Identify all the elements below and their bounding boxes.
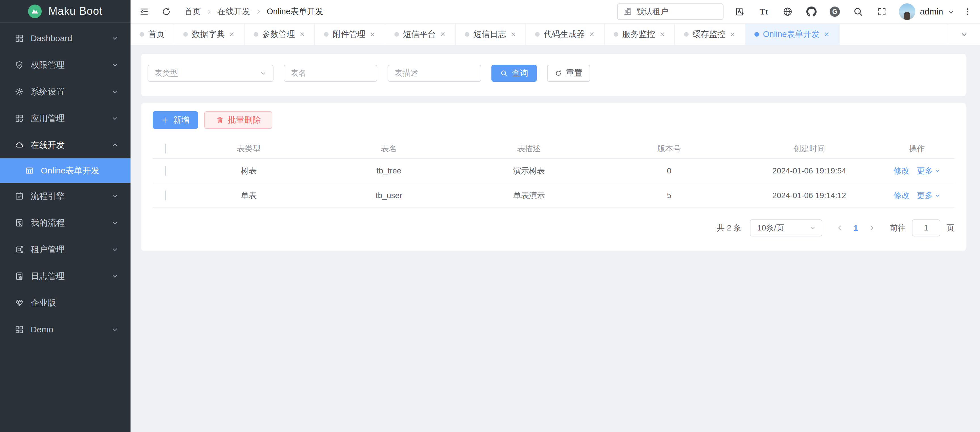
chevron-down-icon <box>260 70 267 77</box>
tab-dot <box>324 32 329 37</box>
add-button[interactable]: 新增 <box>153 111 198 129</box>
sidebar-item-dashboard[interactable]: Dashboard <box>0 25 130 52</box>
close-icon[interactable] <box>229 31 235 37</box>
fullscreen-icon[interactable] <box>876 6 888 17</box>
chevron-down-icon <box>111 88 119 96</box>
table-toolbar: 新增 批量删除 <box>153 111 955 129</box>
sidebar-item-my-workflow[interactable]: 我的流程 <box>0 209 130 236</box>
font-size-icon[interactable]: Tt <box>758 6 770 17</box>
tab-label: 短信平台 <box>403 29 436 40</box>
sidebar-item-system-settings[interactable]: 系统设置 <box>0 78 130 105</box>
translate-icon[interactable] <box>734 6 746 17</box>
pagination-total: 共 2 条 <box>717 223 741 233</box>
reset-button[interactable]: 重置 <box>547 65 590 82</box>
edit-link[interactable]: 修改 <box>894 190 910 201</box>
shield-check-icon <box>15 61 24 70</box>
goto-label: 前往 <box>890 223 906 233</box>
search-button-label: 查询 <box>512 67 528 79</box>
close-icon[interactable] <box>589 31 595 37</box>
tab-sms-log[interactable]: 短信日志 <box>456 24 526 45</box>
chevron-down-icon <box>935 168 940 174</box>
tab-code-generator[interactable]: 代码生成器 <box>526 24 605 45</box>
page-size-select[interactable]: 10条/页 <box>750 219 822 236</box>
column-header-actions: 操作 <box>879 139 955 158</box>
close-icon[interactable] <box>659 31 665 37</box>
chevron-down-icon <box>111 193 119 200</box>
sidebar-item-online-dev[interactable]: 在线开发 <box>0 132 130 158</box>
top-header: 首页 在线开发 Online表单开发 默认租户 Tt <box>130 0 980 24</box>
sidebar-item-label: 企业版 <box>31 297 119 309</box>
table-header-row: 表类型 表名 表描述 版本号 创建时间 操作 <box>153 139 955 158</box>
tab-dot <box>183 32 188 37</box>
search-icon[interactable] <box>852 6 864 17</box>
trash-icon <box>216 116 224 124</box>
collapse-sidebar-icon[interactable] <box>138 6 150 17</box>
sidebar-item-label: 权限管理 <box>31 59 111 71</box>
goto-page-input[interactable] <box>912 219 940 236</box>
breadcrumb-online-dev[interactable]: 在线开发 <box>217 6 250 17</box>
sidebar-item-workflow-engine[interactable]: 流程引擎 <box>0 183 130 209</box>
row-checkbox[interactable] <box>165 190 166 200</box>
search-button[interactable]: 查询 <box>492 65 537 82</box>
select-all-checkbox[interactable] <box>165 143 166 153</box>
chevron-up-icon <box>111 141 119 149</box>
tenant-select[interactable]: 默认租户 <box>617 3 724 20</box>
cell-type: 树表 <box>179 158 319 183</box>
sidebar-item-log-management[interactable]: 日志管理 <box>0 263 130 290</box>
close-icon[interactable] <box>824 31 830 37</box>
more-link-label: 更多 <box>917 166 933 176</box>
logo[interactable]: Maku Boot <box>0 0 130 23</box>
table-desc-input[interactable] <box>388 65 481 82</box>
sidebar-item-demo[interactable]: Demo <box>0 316 130 343</box>
prev-page-icon[interactable] <box>832 220 848 236</box>
more-options-icon[interactable] <box>962 6 973 17</box>
sidebar-item-enterprise[interactable]: 企业版 <box>0 290 130 316</box>
tab-data-dict[interactable]: 数据字典 <box>174 24 245 45</box>
globe-icon[interactable] <box>782 6 793 17</box>
more-link[interactable]: 更多 <box>917 190 940 201</box>
user-menu[interactable]: admin <box>899 3 954 20</box>
tab-attachment-mgmt[interactable]: 附件管理 <box>315 24 385 45</box>
refresh-icon[interactable] <box>161 6 172 17</box>
table-name-input[interactable] <box>284 65 377 82</box>
tab-service-monitor[interactable]: 服务监控 <box>605 24 675 45</box>
chevron-down-icon <box>960 30 968 38</box>
breadcrumb-current: Online表单开发 <box>267 6 323 17</box>
tabs-dropdown-button[interactable] <box>948 24 980 45</box>
batch-delete-button[interactable]: 批量删除 <box>204 111 272 129</box>
pagination: 共 2 条 10条/页 1 前往 页 <box>153 219 955 236</box>
tab-home[interactable]: 首页 <box>130 24 174 45</box>
tab-param-mgmt[interactable]: 参数管理 <box>245 24 315 45</box>
row-checkbox[interactable] <box>165 166 166 176</box>
sidebar-item-permissions[interactable]: 权限管理 <box>0 52 130 78</box>
column-header-created: 创建时间 <box>739 139 879 158</box>
github-icon[interactable] <box>806 6 817 17</box>
tab-sms-platform[interactable]: 短信平台 <box>385 24 456 45</box>
edit-link[interactable]: 修改 <box>894 166 910 176</box>
close-icon[interactable] <box>729 31 736 37</box>
close-icon[interactable] <box>369 31 375 37</box>
tab-cache-monitor[interactable]: 缓存监控 <box>675 24 745 45</box>
sidebar-item-tenant-management[interactable]: 租户管理 <box>0 236 130 263</box>
next-page-icon[interactable] <box>864 220 880 236</box>
cell-version: 5 <box>599 183 739 208</box>
current-page[interactable]: 1 <box>848 223 864 233</box>
close-icon[interactable] <box>440 31 446 37</box>
grid-icon <box>15 34 24 43</box>
tab-label: 短信日志 <box>473 29 506 40</box>
cell-version: 0 <box>599 158 739 183</box>
close-icon[interactable] <box>299 31 305 37</box>
main-panel: 首页 在线开发 Online表单开发 默认租户 Tt <box>130 0 980 432</box>
search-icon <box>500 69 508 77</box>
tab-online-form-dev[interactable]: Online表单开发 <box>745 24 840 45</box>
close-icon[interactable] <box>510 31 516 37</box>
chevron-down-icon <box>948 8 954 15</box>
table-type-select[interactable]: 表类型 <box>148 65 274 82</box>
sidebar-item-online-form-dev[interactable]: Online表单开发 <box>0 158 130 183</box>
app-title: Maku Boot <box>49 5 103 17</box>
breadcrumb-home[interactable]: 首页 <box>185 6 201 17</box>
more-link[interactable]: 更多 <box>917 166 940 176</box>
reset-button-label: 重置 <box>566 67 582 79</box>
gitee-icon[interactable]: G <box>830 6 840 17</box>
sidebar-item-app-management[interactable]: 应用管理 <box>0 105 130 132</box>
